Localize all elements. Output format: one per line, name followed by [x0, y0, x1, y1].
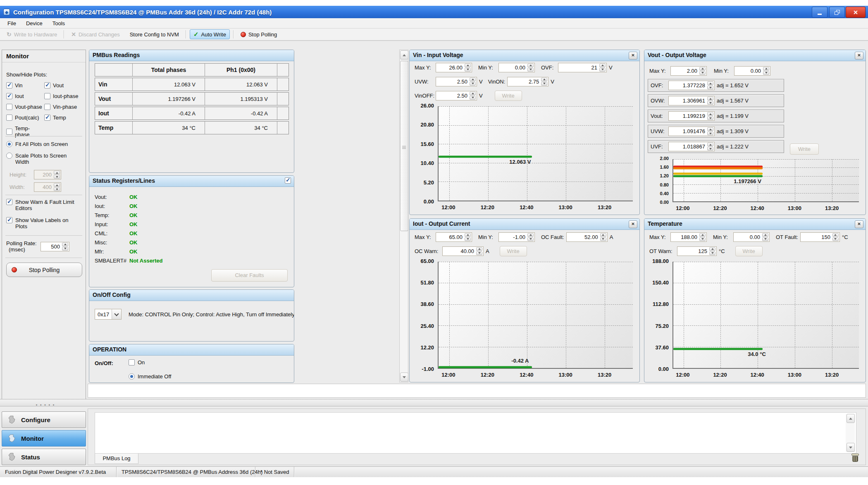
spin-down-icon[interactable] [541, 82, 547, 86]
menu-device[interactable]: Device [21, 19, 48, 28]
vin-on-field[interactable]: 2.75 [507, 77, 548, 86]
store-config-to-nvm-button[interactable]: Store Config to NVM [126, 29, 182, 39]
spinner-buttons[interactable] [54, 183, 60, 191]
vin-min-y-field[interactable]: 0.00 [498, 63, 535, 72]
horizontal-splitter[interactable] [0, 399, 868, 406]
checkbox-icon[interactable] [44, 104, 50, 110]
spin-down-icon[interactable] [832, 237, 839, 241]
vout-min-y-field[interactable]: 0.00 [734, 66, 770, 76]
middle-column-scrollbar[interactable] [399, 50, 408, 382]
plot-toggle-vout-phase[interactable]: Vout-phase [6, 104, 44, 110]
vin-write-button[interactable]: Write [495, 91, 522, 101]
spin-down-icon[interactable] [54, 187, 60, 191]
spin-up-icon[interactable] [527, 233, 534, 237]
temp-ot-fault-field[interactable]: 150 [800, 232, 840, 242]
limit-field[interactable]: 1.199219 [668, 111, 715, 121]
checkbox-icon[interactable] [6, 199, 12, 205]
spinner-buttons[interactable] [527, 233, 534, 241]
limit-field[interactable]: 1.306961 [668, 96, 715, 105]
spin-up-icon[interactable] [600, 233, 606, 237]
spin-up-icon[interactable] [707, 127, 713, 131]
spin-up-icon[interactable] [707, 81, 713, 85]
close-plot-icon[interactable] [629, 52, 637, 60]
operation-on-checkbox[interactable]: On [129, 359, 145, 366]
spin-down-icon[interactable] [527, 237, 534, 241]
checkbox-icon[interactable] [44, 82, 50, 88]
spin-up-icon[interactable] [62, 243, 68, 246]
menu-file[interactable]: File [2, 19, 21, 28]
on-off-mode-dropdown[interactable]: 0x17 [95, 309, 122, 320]
spinner-buttons[interactable] [707, 81, 713, 89]
limit-field[interactable]: 1.018867 [668, 142, 715, 151]
vin-uvw-field[interactable]: 2.50 [436, 77, 477, 86]
spin-down-icon[interactable] [465, 237, 471, 241]
checkbox-icon[interactable] [129, 359, 135, 366]
temp-min-y-field[interactable]: 0.00 [733, 232, 770, 242]
pmbus-log-output[interactable] [95, 412, 856, 454]
nav-monitor[interactable]: Monitor [2, 430, 86, 447]
splitter-handle-icon[interactable] [33, 403, 58, 407]
spin-up-icon[interactable] [763, 67, 769, 71]
spinner-buttons[interactable] [832, 233, 839, 241]
radio-icon[interactable] [6, 141, 12, 147]
spinner-buttons[interactable] [707, 143, 713, 151]
checkbox-icon[interactable] [44, 115, 50, 121]
spinner-buttons[interactable] [699, 233, 706, 241]
write-to-hardware-button[interactable]: ↻ Write to Hardware [3, 29, 60, 39]
spinner-buttons[interactable] [470, 78, 476, 86]
spin-up-icon[interactable] [541, 78, 547, 81]
spin-up-icon[interactable] [762, 233, 768, 237]
spin-down-icon[interactable] [599, 68, 606, 72]
spin-up-icon[interactable] [699, 67, 706, 71]
close-plot-icon[interactable] [629, 220, 637, 228]
checkbox-icon[interactable] [6, 115, 12, 121]
plot-toggle-vin-phase[interactable]: Vin-phase [44, 104, 85, 110]
plot-height-field[interactable]: 200 [34, 170, 61, 179]
spin-down-icon[interactable] [600, 237, 606, 241]
scroll-up-button[interactable] [400, 50, 408, 60]
polling-rate-field[interactable]: 500 [41, 242, 69, 251]
checkbox-icon[interactable] [6, 82, 12, 88]
plot-toggle-vout[interactable]: Vout [44, 82, 85, 88]
spin-down-icon[interactable] [470, 96, 476, 100]
scroll-down-button[interactable] [400, 373, 408, 382]
dropdown-button[interactable] [112, 309, 121, 319]
temp-write-button[interactable]: Write [735, 246, 763, 256]
scroll-down-button[interactable] [847, 443, 855, 452]
iout-oc-warn-field[interactable]: 40.00 [442, 246, 484, 256]
tab-pmbus-log[interactable]: PMBus Log [95, 454, 138, 464]
show-value-labels-checkbox[interactable]: Show Value Labels on Plots [6, 217, 72, 229]
nav-status[interactable]: Status [2, 449, 86, 465]
plot-toggle-vin[interactable]: Vin [6, 82, 44, 88]
checkbox-icon[interactable] [44, 93, 50, 99]
spinner-buttons[interactable] [699, 67, 706, 75]
checkbox-icon[interactable] [6, 104, 12, 110]
close-button[interactable] [846, 7, 866, 18]
plot-toggle-iout[interactable]: Iout [6, 93, 44, 99]
plot-width-field[interactable]: 400 [34, 182, 61, 192]
minimize-button[interactable] [812, 7, 827, 18]
spin-down-icon[interactable] [707, 147, 713, 151]
show-warn-checkbox[interactable]: Show Warn & Fault Limit Editors [6, 199, 81, 211]
scroll-up-button[interactable] [847, 414, 855, 423]
plot-toggle-iout-phase[interactable]: Iout-phase [44, 93, 85, 99]
trash-icon[interactable] [851, 454, 859, 463]
iout-max-y-field[interactable]: 65.00 [436, 232, 472, 242]
fit-all-plots-radio[interactable]: Fit All Plots on Screen [6, 141, 68, 147]
iout-min-y-field[interactable]: -1.00 [498, 232, 535, 242]
spin-up-icon[interactable] [470, 78, 476, 81]
radio-icon[interactable] [6, 153, 12, 159]
immediate-off-radio[interactable]: Immediate Off [129, 373, 171, 380]
vin-ovf-field[interactable]: 21 [558, 63, 607, 72]
spin-up-icon[interactable] [54, 171, 60, 174]
spin-up-icon[interactable] [54, 183, 60, 187]
spin-up-icon[interactable] [599, 64, 606, 67]
nav-configure[interactable]: Configure [2, 411, 86, 428]
spin-down-icon[interactable] [707, 101, 713, 105]
checkbox-icon[interactable] [6, 129, 12, 135]
checkbox-icon[interactable] [6, 93, 12, 99]
spin-up-icon[interactable] [707, 112, 713, 116]
spinner-buttons[interactable] [707, 112, 713, 120]
temp-max-y-field[interactable]: 188.00 [670, 232, 707, 242]
scale-plots-radio[interactable]: Scale Plots to Screen Width [6, 153, 81, 165]
